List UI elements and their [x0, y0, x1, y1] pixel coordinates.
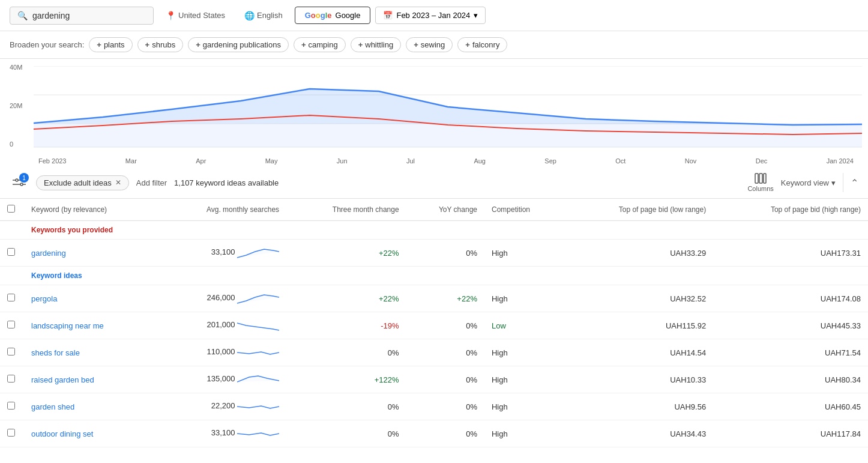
row-checkbox[interactable] — [7, 348, 15, 356]
x-label-oct: Oct — [615, 157, 625, 165]
row-checkbox[interactable] — [7, 375, 15, 383]
broaden-chip-label: shrubs — [152, 40, 175, 49]
competition-cell: High — [484, 339, 562, 366]
close-icon[interactable]: ✕ — [115, 178, 121, 187]
three-month-header: Three month change — [286, 199, 406, 221]
x-label-sep: Sep — [544, 157, 556, 165]
translate-icon: 🌐 — [244, 11, 255, 20]
columns-label: Columns — [747, 185, 773, 192]
table-row: landscaping near me 201,000 -19% 0% Low … — [0, 312, 868, 339]
filter-button[interactable]: 1 — [10, 173, 29, 192]
competition-cell: High — [484, 366, 562, 393]
collapse-button[interactable]: ⌃ — [851, 177, 858, 189]
search-box[interactable]: 🔍 — [10, 7, 154, 25]
provided-section-header: Keywords you provided — [0, 221, 868, 240]
avg-monthly-cell: 33,100 — [157, 420, 286, 447]
plus-icon: + — [465, 40, 470, 49]
filter-bar: 1 Exclude adult ideas ✕ Add filter 1,107… — [0, 167, 868, 199]
bid-high-header: Top of page bid (high range) — [713, 199, 868, 221]
table-row: outdoor dining set 33,100 0% 0% High UAH… — [0, 420, 868, 447]
google-label: Google — [336, 11, 361, 20]
row-checkbox[interactable] — [7, 294, 15, 301]
broaden-chip-plants[interactable]: + plants — [89, 37, 132, 52]
yoy-cell: 0% — [406, 393, 484, 420]
competition-cell: High — [484, 420, 562, 447]
date-range-label: Feb 2023 – Jan 2024 — [396, 11, 470, 20]
chevron-down-icon: ▾ — [474, 11, 478, 20]
three-month-cell: 0% — [286, 339, 406, 366]
competition-cell: High — [484, 240, 562, 267]
broaden-label: Broaden your search: — [10, 40, 84, 49]
bid-high-cell: UAH117.84 — [713, 420, 868, 447]
plus-icon: + — [196, 40, 200, 49]
broaden-chip-falconry[interactable]: + falconry — [457, 37, 507, 52]
three-month-cell: +22% — [286, 240, 406, 267]
keyword-cell[interactable]: pergola — [31, 294, 57, 303]
row-checkbox[interactable] — [7, 429, 15, 437]
keyword-cell[interactable]: sheds for sale — [31, 348, 80, 357]
row-checkbox[interactable] — [7, 248, 15, 256]
avg-monthly-cell: 22,200 — [157, 393, 286, 420]
keyword-cell[interactable]: gardening — [31, 249, 66, 258]
google-logo: Google — [305, 11, 332, 20]
competition-cell: High — [484, 285, 562, 312]
three-month-cell: -19% — [286, 312, 406, 339]
columns-button[interactable]: Columns — [747, 173, 773, 192]
three-month-cell: 0% — [286, 420, 406, 447]
broaden-chip-label: sewing — [421, 40, 445, 49]
yoy-cell: 0% — [406, 240, 484, 267]
broaden-chip-shrubs[interactable]: + shrubs — [137, 37, 184, 52]
x-label-jun: Jun — [337, 157, 348, 165]
date-range-button[interactable]: 📅 Feb 2023 – Jan 2024 ▾ — [375, 7, 486, 24]
broaden-chip-gardening-publications[interactable]: + gardening publications — [188, 37, 289, 52]
add-filter-button[interactable]: Add filter — [136, 178, 167, 187]
bid-high-cell: UAH60.45 — [713, 393, 868, 420]
avg-monthly-header: Avg. monthly searches — [157, 199, 286, 221]
columns-icon — [755, 173, 767, 184]
competition-header: Competition — [484, 199, 562, 221]
top-bar: 🔍 📍 United States 🌐 English Google Googl… — [0, 0, 868, 31]
bid-low-cell: UAH115.92 — [562, 312, 713, 339]
location-button[interactable]: 📍 United States — [158, 7, 232, 24]
chart-y-labels: 40M 20M 0 — [10, 64, 22, 148]
keyword-view-label: Keyword view — [781, 178, 829, 187]
plus-icon: + — [145, 40, 150, 49]
broaden-bar: Broaden your search: + plants + shrubs +… — [0, 31, 868, 59]
bid-high-cell: UAH174.08 — [713, 285, 868, 312]
select-all-checkbox[interactable] — [7, 205, 15, 213]
divider — [843, 173, 843, 192]
ideas-section-header: Keyword ideas — [0, 267, 868, 285]
three-month-cell: +122% — [286, 366, 406, 393]
broaden-chip-label: camping — [309, 40, 338, 49]
competition-cell: High — [484, 393, 562, 420]
exclude-adult-chip[interactable]: Exclude adult ideas ✕ — [36, 175, 129, 190]
broaden-chip-camping[interactable]: + camping — [294, 37, 346, 52]
row-checkbox[interactable] — [7, 321, 15, 328]
yoy-cell: 0% — [406, 339, 484, 366]
avg-monthly-cell: 110,000 — [157, 339, 286, 366]
bid-high-cell: UAH173.31 — [713, 240, 868, 267]
exclude-label: Exclude adult ideas — [44, 178, 112, 187]
table-row: gardening 33,100 +22% 0% High UAH33.29 U… — [0, 240, 868, 267]
language-button[interactable]: 🌐 English — [237, 7, 290, 24]
x-label-may: May — [265, 157, 278, 165]
keyword-cell[interactable]: garden shed — [31, 402, 74, 411]
x-label-mar: Mar — [125, 157, 137, 165]
svg-rect-13 — [764, 174, 766, 183]
keyword-cell[interactable]: outdoor dining set — [31, 429, 93, 438]
row-checkbox[interactable] — [7, 402, 15, 410]
keyword-view-button[interactable]: Keyword view ▾ — [781, 178, 836, 187]
search-input[interactable] — [32, 11, 140, 20]
select-all-header[interactable] — [0, 199, 24, 221]
plus-icon: + — [97, 40, 101, 49]
google-button[interactable]: Google Google — [295, 7, 371, 24]
avg-monthly-cell: 135,000 — [157, 366, 286, 393]
table-header-row: Keyword (by relevance) Avg. monthly sear… — [0, 199, 868, 221]
broaden-chip-whittling[interactable]: + whittling — [351, 37, 402, 52]
bid-low-cell: UAH9.56 — [562, 393, 713, 420]
yoy-cell: 0% — [406, 312, 484, 339]
broaden-chip-sewing[interactable]: + sewing — [406, 37, 453, 52]
keyword-cell[interactable]: landscaping near me — [31, 321, 104, 330]
keyword-cell[interactable]: raised garden bed — [31, 375, 94, 384]
bid-low-cell: UAH32.52 — [562, 285, 713, 312]
